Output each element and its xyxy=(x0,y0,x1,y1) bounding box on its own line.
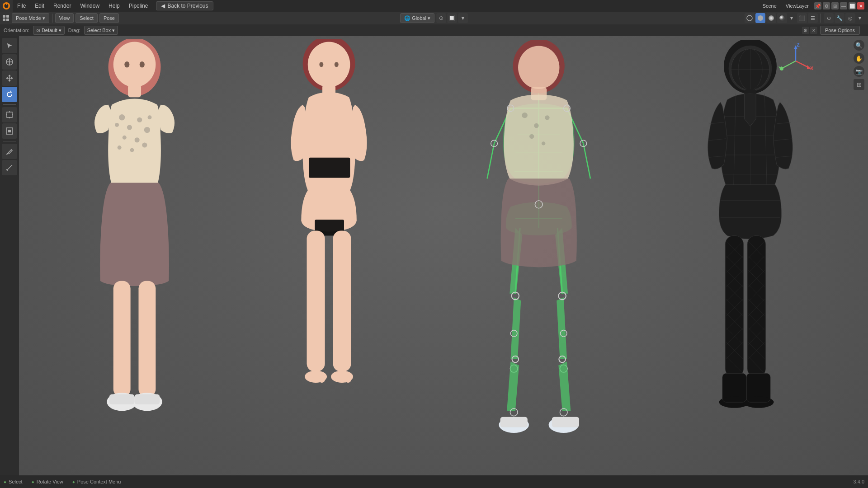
grid-view-icon[interactable]: ⊞ xyxy=(854,79,864,90)
select-status-item[interactable]: ● Select xyxy=(4,479,23,484)
global-dropdown[interactable]: 🌐 Global ▾ xyxy=(400,13,434,23)
layout-icon[interactable]: ⊞ xyxy=(831,2,839,9)
orientation-label: Orientation: xyxy=(4,28,29,33)
pin-icon[interactable]: 📌 xyxy=(814,2,821,9)
solid-shading[interactable] xyxy=(755,13,765,23)
svg-rect-14 xyxy=(7,112,12,117)
svg-point-37 xyxy=(130,148,134,152)
svg-point-32 xyxy=(127,125,132,130)
toolbar-right: ▾ ⬛ ☰ ⊙ 🔧 ◎ ▾ xyxy=(745,13,866,23)
svg-marker-78 xyxy=(510,297,521,359)
rotate-tool[interactable] xyxy=(2,87,17,102)
pose-menu[interactable]: Pose xyxy=(99,13,119,23)
minimize-btn[interactable]: — xyxy=(840,2,847,9)
panel-settings-icon[interactable]: ⚙ xyxy=(802,27,809,34)
pose-options-button[interactable]: Pose Options xyxy=(820,26,860,35)
zoom-search-icon[interactable]: 🔍 xyxy=(854,40,864,51)
overlay-btn[interactable]: ⬛ xyxy=(797,13,807,23)
figure-rigged xyxy=(468,36,609,475)
render-view-icon[interactable]: 🔲 xyxy=(447,13,457,23)
sep2 xyxy=(821,14,821,23)
scale-tool[interactable] xyxy=(2,107,17,122)
figure-wireframe xyxy=(693,36,808,475)
pose-mode-dropdown[interactable]: Pose Mode ▾ xyxy=(12,13,49,23)
svg-point-35 xyxy=(122,136,126,140)
maximize-btn[interactable]: ⬜ xyxy=(849,2,856,9)
close-btn[interactable]: ✕ xyxy=(857,2,864,9)
svg-point-92 xyxy=(545,115,549,120)
context-menu-status-item[interactable]: ● Pose Context Menu xyxy=(72,479,121,484)
svg-rect-56 xyxy=(333,231,351,372)
shading-modes: ▾ xyxy=(745,13,795,23)
svg-rect-135 xyxy=(726,235,744,377)
rotate-view-status-item[interactable]: ● Rotate View xyxy=(32,479,63,484)
svg-rect-6 xyxy=(6,19,9,21)
drag-dropdown[interactable]: Select Box ▾ xyxy=(84,26,118,35)
shading-options[interactable]: ▾ xyxy=(788,13,795,23)
editor-type-icon[interactable] xyxy=(2,14,10,22)
pan-hand-icon[interactable]: ✋ xyxy=(854,53,864,64)
transform-tool[interactable] xyxy=(2,123,17,139)
nude-figure-svg xyxy=(274,39,384,452)
ortho-view-icon[interactable]: ⊙ xyxy=(436,13,446,23)
svg-marker-105 xyxy=(558,362,571,411)
menu-file[interactable]: File xyxy=(13,0,30,12)
axis-gizmo-svg[interactable]: Z X Y xyxy=(778,43,814,79)
viewport[interactable]: Z X Y 🔍 ✋ 📷 ⊞ xyxy=(19,36,868,475)
svg-rect-43 xyxy=(138,281,156,397)
select-tool[interactable] xyxy=(2,54,17,70)
orientation-dropdown[interactable]: ⊙ Default ▾ xyxy=(33,26,65,35)
camera-view-icon[interactable]: 📷 xyxy=(854,66,864,77)
top-menu-bar: File Edit Render Window Help Pipeline ◀ … xyxy=(0,0,868,12)
svg-point-49 xyxy=(308,42,350,87)
cursor-tool[interactable] xyxy=(2,38,17,53)
version-number: 3.4.0 xyxy=(854,479,864,484)
overlay-icon[interactable]: ▼ xyxy=(458,13,468,23)
svg-point-40 xyxy=(147,116,151,120)
render-shading[interactable] xyxy=(777,13,787,23)
svg-rect-3 xyxy=(3,15,5,18)
menu-pipeline[interactable]: Pipeline xyxy=(124,0,153,12)
scene-selector[interactable]: Scene xyxy=(759,1,780,10)
menu-help[interactable]: Help xyxy=(104,0,124,12)
settings-icon[interactable]: ⚙ xyxy=(823,2,830,9)
menu-window[interactable]: Window xyxy=(75,0,104,12)
svg-point-8 xyxy=(758,15,763,21)
prop-edit-btn[interactable]: ⊙ xyxy=(824,13,834,23)
annotate-tool[interactable] xyxy=(2,144,17,159)
figure-nude xyxy=(274,36,384,475)
context-dot: ● xyxy=(72,479,75,484)
panel-close-icon[interactable]: ✕ xyxy=(810,27,817,34)
select-menu[interactable]: Select xyxy=(75,13,98,23)
select-dot: ● xyxy=(4,479,6,484)
prop-options[interactable]: ▾ xyxy=(856,13,863,23)
svg-point-7 xyxy=(747,15,752,21)
clothed-figure-svg xyxy=(79,39,190,452)
bottom-status-bar: ● Select ● Rotate View ● Pose Context Me… xyxy=(0,475,868,488)
move-tool[interactable] xyxy=(2,70,17,86)
view-menu[interactable]: View xyxy=(55,13,74,23)
back-to-previous-button[interactable]: ◀ Back to Previous xyxy=(156,1,213,10)
svg-point-50 xyxy=(320,62,324,67)
material-shading[interactable] xyxy=(766,13,776,23)
viewlayer-selector[interactable]: ViewLayer xyxy=(782,1,812,10)
snapping-btn[interactable]: 🔧 xyxy=(835,13,844,23)
figures-area xyxy=(19,36,868,475)
proportional-btn[interactable]: ◎ xyxy=(845,13,855,23)
svg-rect-55 xyxy=(307,231,325,372)
view-mode-icons: ⊙ 🔲 ▼ xyxy=(436,13,468,23)
menu-edit[interactable]: Edit xyxy=(30,0,49,12)
rotate-dot: ● xyxy=(32,479,34,484)
toolbar-left: Pose Mode ▾ View Select Pose xyxy=(2,13,119,23)
toolbar-sep1 xyxy=(3,104,16,105)
svg-line-185 xyxy=(783,61,796,68)
menu-render[interactable]: Render xyxy=(49,0,75,12)
xray-btn[interactable]: ☰ xyxy=(808,13,818,23)
measure-tool[interactable] xyxy=(2,160,17,175)
viewport-right-icons: 🔍 ✋ 📷 ⊞ xyxy=(854,40,864,90)
svg-point-88 xyxy=(518,46,559,89)
svg-rect-42 xyxy=(113,281,130,397)
svg-rect-53 xyxy=(309,158,350,178)
wireframe-shading[interactable] xyxy=(745,13,755,23)
svg-point-36 xyxy=(134,138,139,143)
